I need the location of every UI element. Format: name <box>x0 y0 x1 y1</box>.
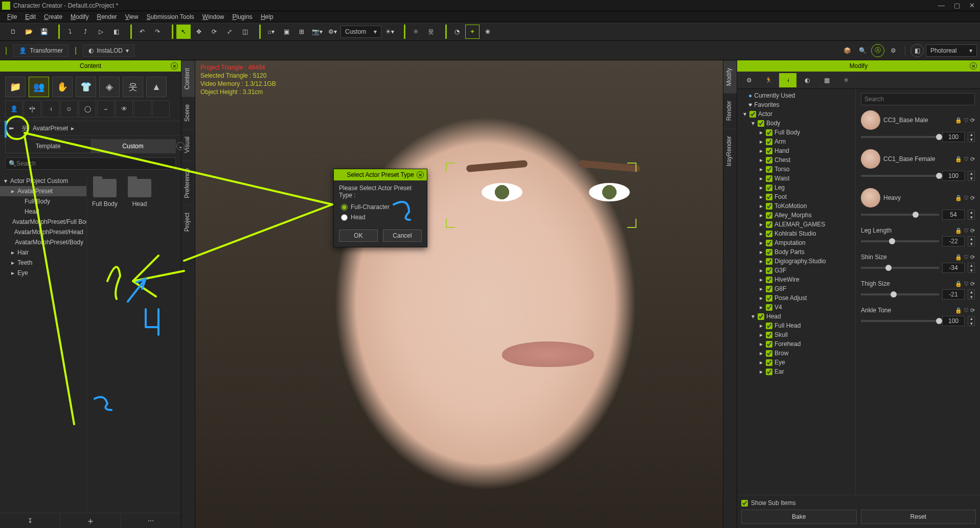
morph-tree-item[interactable]: ▸G3F <box>739 266 853 275</box>
morph-tree-item[interactable]: ▾Head <box>739 312 853 321</box>
morph-tree-quick[interactable]: ●Currently Used <box>739 91 853 100</box>
tree-item[interactable]: ▾Actor Project Custom <box>0 176 86 186</box>
menu-submission-tools[interactable]: Submission Tools <box>144 13 197 20</box>
slider-tools[interactable]: 🔒 ♡ ⟳ <box>955 227 975 234</box>
slider-stepper[interactable]: ▴▾ <box>968 289 975 300</box>
morph-tree-item[interactable]: ▸V4 <box>739 303 853 312</box>
camera-button[interactable]: 📷▾ <box>310 25 324 39</box>
morph-tree-item[interactable]: ▸Torso <box>739 165 853 174</box>
zoom-icon[interactable]: 🔍 <box>856 44 869 57</box>
morph-tree-item[interactable]: ▸Foot <box>739 192 853 201</box>
eye-filter-icon[interactable]: 👁 <box>116 100 133 118</box>
menu-window[interactable]: Window <box>199 13 227 20</box>
export-fbx-button[interactable]: ◧ <box>109 25 123 39</box>
transformer-tab[interactable]: 👤 Transformer <box>13 44 69 57</box>
morph-tree-item[interactable]: ▸Full Head <box>739 321 853 330</box>
pose-button[interactable]: 웃 <box>424 25 438 39</box>
slider-tools[interactable]: 🔒 ♡ ⟳ <box>955 195 975 201</box>
tree-item[interactable]: Head <box>0 206 86 217</box>
tree-item[interactable]: ▸Eye <box>0 268 86 278</box>
save-project-button[interactable]: 💾 <box>37 25 51 39</box>
vtab-project[interactable]: Project <box>181 205 195 239</box>
template-tab[interactable]: Template <box>6 140 90 153</box>
breadcrumb-label[interactable]: AvatarPreset <box>33 125 68 132</box>
pose-category-icon[interactable]: 웃 <box>123 77 143 97</box>
morph-tree-item[interactable]: ▸HiveWire <box>739 275 853 284</box>
new-project-button[interactable]: 🗋 <box>6 25 20 39</box>
render-mode-dropdown[interactable]: Photoreal▾ <box>926 44 977 57</box>
physics-button[interactable]: ⚛ <box>408 25 423 39</box>
slider-value[interactable]: -21 <box>942 289 965 300</box>
morph-tree-item[interactable]: ▸Kohlrabi Studio <box>739 229 853 238</box>
morph-tree-item[interactable]: ▸Forehead <box>739 339 853 349</box>
folder-thumb[interactable]: Head <box>128 179 151 208</box>
menu-help[interactable]: Help <box>258 13 277 20</box>
settings-icon[interactable]: ⚙ <box>886 44 900 57</box>
slider-stepper[interactable]: ▴▾ <box>968 132 975 142</box>
show-sub-items-checkbox[interactable]: Show Sub Items <box>741 499 976 507</box>
vtab-visual[interactable]: Visual <box>181 129 195 160</box>
slider-value[interactable]: 100 <box>942 171 965 181</box>
morph-tree-quick[interactable]: ♥Favorites <box>739 100 853 109</box>
menu-plugins[interactable]: Plugins <box>230 13 256 20</box>
morph-tab-icon[interactable]: ⫞ <box>779 73 796 87</box>
smartgallery-button[interactable]: ❀ <box>481 25 495 39</box>
slider-stepper[interactable]: ▴▾ <box>968 171 975 181</box>
morph-tree-item[interactable]: ▸Alley_Morphs <box>739 211 853 220</box>
morph-tree-item[interactable]: ▸ALEMAR_GAMES <box>739 220 853 229</box>
morph-search[interactable] <box>861 93 975 105</box>
slider-value[interactable]: -22 <box>942 236 965 246</box>
lib-sort-button[interactable]: ↧ <box>0 513 60 528</box>
motion-tab-icon[interactable]: 🏃 <box>760 73 777 87</box>
custom-tab[interactable]: Custom <box>90 140 175 153</box>
head-radio[interactable]: Head <box>339 212 422 222</box>
hand-category-icon[interactable]: ✋ <box>52 77 73 97</box>
breadcrumb-body-icon[interactable]: 웃 <box>19 123 30 133</box>
scale-tool[interactable]: ⤢ <box>222 25 237 39</box>
stage-category-icon[interactable]: ▲ <box>146 77 167 97</box>
gizmo-tool[interactable]: ◫ <box>238 25 252 39</box>
frame-button[interactable]: ▣ <box>279 25 293 39</box>
full-character-radio[interactable]: Full-Character <box>339 202 422 212</box>
slider-tools[interactable]: 🔒 ♡ ⟳ <box>955 117 975 124</box>
slider-track[interactable] <box>861 214 939 216</box>
lib-add-button[interactable]: ＋ <box>60 513 121 528</box>
cloth-category-icon[interactable]: 👕 <box>76 77 96 97</box>
morph-tree-item[interactable]: ▸Pose Adjust <box>739 293 853 303</box>
morph-tree-item[interactable]: ▸ToKoMotion <box>739 201 853 211</box>
morph-tree-item[interactable]: ▾Actor <box>739 109 853 119</box>
attribute-tab-icon[interactable]: ⚙ <box>740 73 758 87</box>
wireframe-icon[interactable]: Ⓐ <box>871 44 884 57</box>
sliders-filter-icon[interactable]: ⫞ <box>42 100 59 118</box>
slider-track[interactable] <box>861 320 939 322</box>
slider-tools[interactable]: 🔒 ♡ ⟳ <box>955 156 975 163</box>
menu-edit[interactable]: Edit <box>22 13 39 20</box>
camera-settings-button[interactable]: ⚙▾ <box>325 25 339 39</box>
maximize-button[interactable]: ▢ <box>954 2 960 9</box>
morph-tree-item[interactable]: ▾Body <box>739 119 853 128</box>
activate-button[interactable]: ✦ <box>465 25 480 39</box>
physics-tab-icon[interactable]: ⚛ <box>837 73 855 87</box>
camera-preset-dropdown[interactable]: Custom▾ <box>340 26 381 38</box>
viewport[interactable]: Project Triangle : 49494 Selected Triang… <box>195 60 723 528</box>
accessory-category-icon[interactable]: ◈ <box>99 77 120 97</box>
export-button[interactable]: ▷ <box>94 25 108 39</box>
slider-stepper[interactable]: ▴▾ <box>968 236 975 246</box>
menu-modify[interactable]: Modify <box>67 13 92 20</box>
bake-button[interactable]: Bake <box>741 510 857 524</box>
morph-tree-item[interactable]: ▸Body Parts <box>739 247 853 257</box>
slider-value[interactable]: 100 <box>942 132 965 142</box>
slider-stepper[interactable]: ▴▾ <box>968 210 975 220</box>
vtab-content[interactable]: Content <box>181 60 195 97</box>
morph-search-input[interactable] <box>864 96 971 103</box>
vtab-render[interactable]: Render <box>723 93 737 128</box>
material-tab-icon[interactable]: ▦ <box>818 73 835 87</box>
morph-tree-item[interactable]: ▸Waist <box>739 174 853 183</box>
move-tool[interactable]: ✥ <box>192 25 206 39</box>
slider-value[interactable]: -34 <box>942 263 965 273</box>
slider-track[interactable] <box>861 175 939 177</box>
morph-tree-item[interactable]: ▸Digiography.Studio <box>739 257 853 266</box>
appearance-tab-icon[interactable]: ◐ <box>799 73 816 87</box>
reset-button[interactable]: Reset <box>861 510 976 524</box>
home-view-button[interactable]: ⌂▾ <box>264 25 278 39</box>
